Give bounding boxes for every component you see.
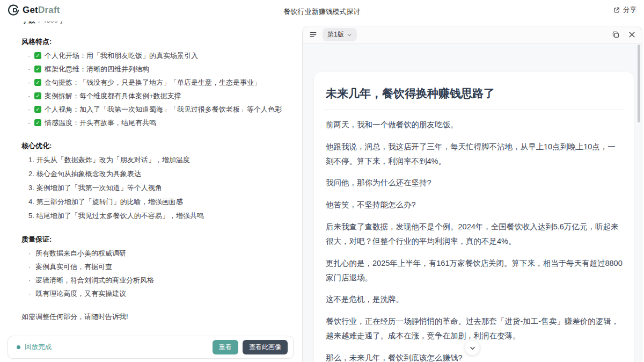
playback-status-bar: 回放完成 重看 查看此画像: [8, 336, 294, 359]
share-icon: [613, 6, 620, 14]
list-item: 4.第三部分增加了「旋转门」的比喻，增强画面感: [21, 195, 294, 209]
bullet-dot: ·: [28, 92, 31, 100]
list-number: 1.: [28, 156, 34, 164]
section-heading-quality: 质量保证:: [21, 235, 294, 244]
document-panel: 第1版 未来几年，餐饮得换种赚钱思路了 前两天，我和一个做餐饮的朋友吃饭。 他跟…: [302, 26, 642, 362]
version-label: 第1版: [327, 30, 344, 39]
logo-draft: Draft: [38, 5, 60, 15]
closing-message: 如需调整任何部分，请随时告诉我!: [21, 312, 294, 322]
share-label: 分享: [623, 5, 636, 15]
bullet-dot: ·: [28, 273, 32, 287]
app-header: GetDraft 餐饮行业新赚钱模式探讨 分享: [0, 0, 644, 21]
list-item: ·既有理论高度，又有实操建议: [21, 287, 294, 300]
status-dot: [17, 345, 20, 349]
list-number: 4.: [28, 198, 34, 206]
check-icon: ✓: [34, 119, 41, 126]
list-text: 结尾增加了「我见过太多餐饮人的不容易」，增强共鸣: [36, 212, 204, 220]
list-text: 情感温度：开头有故事，结尾有共鸣: [45, 118, 156, 128]
section-heading-style: 风格特点:: [21, 37, 294, 47]
document-paragraph: 这不是危机，是洗牌。: [326, 292, 623, 307]
playback-status-text: 回放完成: [25, 343, 213, 352]
version-selector[interactable]: 第1版: [323, 28, 357, 41]
list-item: · ✓ 情感温度：开头有故事，结尾有共鸣: [21, 116, 294, 129]
check-icon: ✓: [34, 106, 41, 113]
scroll-to-bottom-button[interactable]: [465, 341, 480, 355]
list-number: 2.: [28, 170, 34, 178]
rewatch-button[interactable]: 重看: [213, 340, 238, 354]
list-text: 案例真实可信，有据可查: [35, 260, 112, 273]
list-item: · ✓ 个人视角：加入了「我第一次知道蜀海」「我见过很多餐饮老板」等个人色彩: [21, 103, 294, 116]
version-list-icon[interactable]: [309, 31, 317, 39]
list-item: 2.核心金句从抽象概念改为具象表达: [21, 167, 294, 181]
list-text: 逻辑清晰，符合刘润式的商业分析风格: [35, 273, 154, 287]
bullet-dot: ·: [28, 105, 31, 113]
view-portrait-button[interactable]: 查看此画像: [243, 340, 288, 354]
logo-get: Get: [23, 5, 38, 15]
panel-scrollbar[interactable]: [638, 45, 640, 122]
bullet-dot: ·: [28, 119, 31, 127]
close-icon[interactable]: [628, 31, 635, 38]
app-logo[interactable]: GetDraft: [8, 4, 60, 16]
bullet-dot: ·: [28, 65, 31, 73]
list-item: ·逻辑清晰，符合刘润式的商业分析风格: [21, 273, 294, 287]
document-title: 未来几年，餐饮得换种赚钱思路了: [324, 86, 625, 110]
chat-output-column: 字数：4600字 风格特点: · ✓ 个人化开场：用「我和朋友吃饭」的真实场景引…: [0, 19, 302, 362]
list-text: 核心金句从抽象概念改为具象表达: [36, 170, 141, 178]
bullet-dot: ·: [28, 287, 32, 300]
document-paragraph: 餐饮行业，正在经历一场静悄悄的革命。过去那套「进货-加工-售卖」赚差价的逻辑，越…: [326, 314, 623, 343]
document-paragraph: 前两天，我和一个做餐饮的朋友吃饭。: [326, 118, 623, 132]
check-icon: ✓: [34, 92, 41, 99]
document-paragraph: 后来我查了查数据，发现他不是个例。2024年，全国餐饮收入达到5.6万亿元，听起…: [326, 220, 623, 249]
bullet-dot: ·: [28, 247, 32, 260]
list-text: 开头从「数据轰炸」改为「朋友对话」，增加温度: [36, 156, 190, 164]
bullet-dot: ·: [28, 260, 32, 273]
bullet-dot: ·: [28, 78, 31, 86]
list-text: 案例增加了「我第一次知道」等个人视角: [36, 184, 162, 192]
list-item: · ✓ 案例拆解：每个维度都有具体案例+数据支撑: [21, 89, 294, 103]
check-icon: ✓: [34, 52, 41, 59]
list-item: · ✓ 个人化开场：用「我和朋友吃饭」的真实场景引入: [21, 49, 294, 62]
list-text: 案例拆解：每个维度都有具体案例+数据支撑: [45, 91, 181, 101]
document-paragraph: 我问他，那你为什么还在坚持?: [326, 176, 623, 190]
check-icon: ✓: [34, 66, 41, 73]
chevron-down-icon: [347, 32, 352, 38]
list-item: 3.案例增加了「我第一次知道」等个人视角: [21, 181, 294, 195]
list-text: 框架化思维：清晰的四维并列结构: [45, 64, 149, 74]
list-text: 第三部分增加了「旋转门」的比喻，增强画面感: [36, 198, 183, 206]
list-text: 个人化开场：用「我和朋友吃饭」的真实场景引入: [45, 51, 198, 61]
list-text: 金句提炼：「钱没有少，只是换了地方」「单店是生意，生态是事业」: [45, 78, 261, 88]
list-number: 3.: [28, 184, 34, 192]
list-text: 所有数据来自小美的权威调研: [35, 247, 126, 260]
list-item: 1.开头从「数据轰炸」改为「朋友对话」，增加温度: [21, 153, 294, 167]
bullet-dot: ·: [28, 52, 31, 60]
check-icon: ✓: [34, 79, 41, 86]
document-paragraph: 他苦笑，不坚持能怎么办?: [326, 198, 623, 212]
document-toolbar: 第1版: [303, 26, 642, 44]
document-paragraph: 更扎心的是，2025年上半年，有161万家餐饮店关闭。算下来，相当于每天有超过8…: [326, 256, 623, 285]
list-text: 既有理论高度，又有实操建议: [35, 287, 126, 300]
list-item: · ✓ 框架化思维：清晰的四维并列结构: [21, 62, 294, 76]
list-item: 5.结尾增加了「我见过太多餐饮人的不容易」，增强共鸣: [21, 209, 294, 223]
chevron-down-icon: [469, 345, 475, 351]
conversation-title: 餐饮行业新赚钱模式探讨: [161, 7, 483, 17]
document-card: 未来几年，餐饮得换种赚钱思路了 前两天，我和一个做餐饮的朋友吃饭。 他跟我说，润…: [314, 72, 634, 362]
app-logo-text: GetDraft: [23, 5, 60, 16]
list-item: ·案例真实可信，有据可查: [21, 260, 294, 273]
getdraft-logo-icon: [8, 4, 19, 16]
list-text: 个人视角：加入了「我第一次知道蜀海」「我见过很多餐饮老板」等个人色彩: [45, 105, 282, 114]
share-button[interactable]: 分享: [613, 5, 636, 15]
document-paragraph: 他跟我说，润总，我这店开了三年，每天忙得脚不沾地，从早上10点到晚上10点，一刻…: [326, 140, 623, 169]
section-heading-optimization: 核心优化:: [21, 141, 294, 151]
list-item: ·所有数据来自小美的权威调研: [21, 247, 294, 260]
copy-icon[interactable]: [612, 31, 620, 39]
list-number: 5.: [28, 212, 34, 220]
list-item: · ✓ 金句提炼：「钱没有少，只是换了地方」「单店是生意，生态是事业」: [21, 76, 294, 89]
